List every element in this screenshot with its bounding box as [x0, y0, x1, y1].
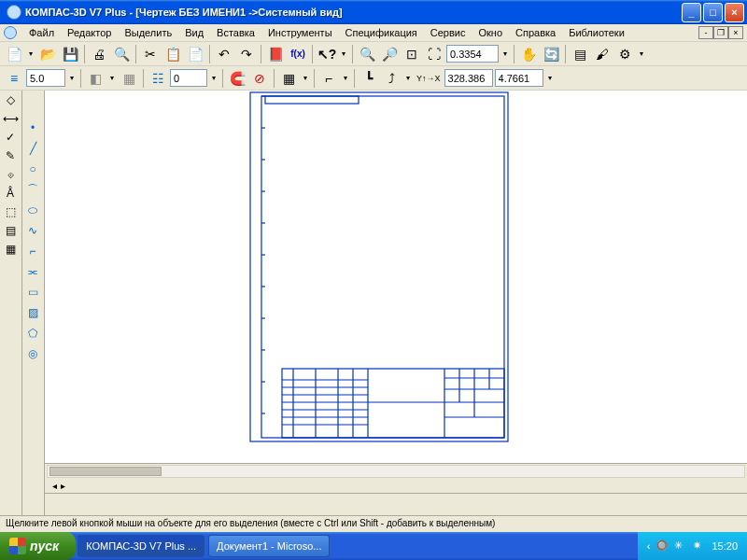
mdi-restore[interactable]: ❐	[713, 26, 728, 39]
refresh-button[interactable]: 🔄	[541, 44, 561, 64]
equid-tool-icon[interactable]: ◎	[22, 344, 43, 363]
assoc-panel-icon[interactable]: ▦	[0, 240, 21, 259]
zoom-in-icon[interactable]: 🔍	[357, 44, 377, 64]
lcs-dropdown[interactable]: ▾	[403, 74, 413, 82]
task-word[interactable]: Документ1 - Microso...	[208, 535, 330, 557]
tray-icon-2[interactable]: ✳	[674, 539, 687, 553]
zoom-fit-icon[interactable]: ⛶	[424, 44, 444, 64]
zoom-out-icon[interactable]: 🔎	[379, 44, 400, 64]
coord-dropdown[interactable]: ▾	[545, 74, 555, 82]
zoom-value-input[interactable]	[446, 45, 499, 63]
paste-button[interactable]: 📄	[185, 44, 205, 64]
open-button[interactable]: 📂	[37, 44, 58, 64]
snap-off-icon[interactable]: ⊘	[249, 68, 270, 89]
ellipse-tool-icon[interactable]: ⬭	[22, 201, 43, 219]
preview-button[interactable]: 🔍	[111, 44, 132, 64]
spline-tool-icon[interactable]: ∿	[22, 221, 43, 240]
start-button[interactable]: пуск	[0, 532, 76, 560]
print-button[interactable]: 🖨	[89, 44, 109, 64]
marks-panel-icon[interactable]: ✓	[0, 128, 21, 147]
select-panel-icon[interactable]: ⬚	[0, 203, 21, 221]
dim-panel-icon[interactable]: ⟷	[0, 109, 21, 128]
lcs-icon[interactable]: ┗	[359, 68, 379, 89]
options-dropdown[interactable]: ▾	[637, 49, 646, 58]
menu-tools[interactable]: Инструменты	[261, 26, 339, 39]
spec-panel-icon[interactable]: ▤	[0, 221, 21, 240]
grid-icon[interactable]: ▦	[278, 68, 299, 89]
layer-icon[interactable]: ☷	[148, 68, 168, 89]
shade-dropdown[interactable]: ▾	[107, 74, 117, 82]
redo-button[interactable]: ↷	[236, 44, 257, 64]
layer-input[interactable]	[170, 69, 207, 87]
lcs2-icon[interactable]: ⤴	[381, 68, 402, 89]
cursor-button[interactable]: ↖?	[317, 44, 337, 64]
tray-icon-1[interactable]: 🔘	[655, 539, 669, 553]
clock[interactable]: 15:20	[712, 540, 738, 552]
param-panel-icon[interactable]: ⟐	[0, 165, 21, 184]
zoom-dropdown[interactable]: ▾	[500, 49, 510, 58]
coord-x-input[interactable]	[444, 69, 493, 87]
menu-view[interactable]: Вид	[178, 26, 210, 39]
mdi-icon[interactable]	[4, 26, 17, 39]
measure-panel-icon[interactable]: Å	[0, 184, 21, 203]
scroll-thumb[interactable]	[49, 467, 162, 476]
menu-window[interactable]: Окно	[472, 26, 509, 39]
copy-button[interactable]: 📋	[162, 44, 183, 64]
save-button[interactable]: 💾	[60, 44, 80, 64]
mdi-close[interactable]: ×	[728, 26, 743, 39]
layers-button[interactable]: ▤	[570, 44, 590, 64]
menu-file[interactable]: Файл	[22, 26, 61, 39]
scroll-track[interactable]	[47, 465, 745, 478]
grid-dropdown[interactable]: ▾	[301, 74, 310, 82]
styles-button[interactable]: 🖌	[592, 44, 613, 64]
shade-icon[interactable]: ◧	[85, 68, 106, 89]
chamfer-tool-icon[interactable]: ⌐	[22, 242, 43, 260]
circle-tool-icon[interactable]: ○	[22, 160, 43, 178]
tab-prev-icon[interactable]: ◂	[52, 481, 57, 491]
linestyle-icon[interactable]: ≡	[4, 68, 24, 89]
zoom-window-icon[interactable]: ⊡	[402, 44, 422, 64]
snap-on-icon[interactable]: 🧲	[227, 68, 247, 89]
props-button[interactable]: 📕	[265, 44, 286, 64]
mdi-minimize[interactable]: -	[698, 26, 713, 39]
wire-icon[interactable]: ▦	[119, 68, 139, 89]
menu-insert[interactable]: Вставка	[210, 26, 261, 39]
vars-button[interactable]: f(x)	[288, 44, 308, 64]
cut-button[interactable]: ✂	[140, 44, 161, 64]
menu-service[interactable]: Сервис	[424, 26, 472, 39]
linewidth-dropdown[interactable]: ▾	[67, 74, 77, 82]
options-button[interactable]: ⚙	[614, 44, 635, 64]
tab-next-icon[interactable]: ▸	[61, 481, 65, 491]
new-dropdown[interactable]: ▾	[26, 49, 35, 58]
ortho-icon[interactable]: ⌐	[318, 68, 339, 89]
cursor-dropdown[interactable]: ▾	[339, 49, 348, 58]
minimize-button[interactable]: _	[682, 3, 701, 22]
hatch-tool-icon[interactable]: ▨	[22, 303, 43, 322]
geom-panel-icon[interactable]: ◇	[0, 91, 21, 109]
task-kompas[interactable]: КОМПАС-3D V7 Plus ...	[78, 535, 204, 557]
menu-spec[interactable]: Спецификация	[339, 26, 424, 39]
menu-edit[interactable]: Редактор	[61, 26, 118, 39]
tray-chevron-icon[interactable]: ‹	[647, 540, 651, 552]
line-tool-icon[interactable]: ╱	[22, 139, 43, 158]
contour-tool-icon[interactable]: ⬠	[22, 324, 43, 343]
layer-dropdown[interactable]: ▾	[209, 74, 218, 82]
new-button[interactable]: 📄	[4, 44, 24, 64]
menu-select[interactable]: Выделить	[118, 26, 178, 39]
tray-icon-3[interactable]: ✷	[693, 539, 706, 553]
menu-help[interactable]: Справка	[509, 26, 562, 39]
ortho-dropdown[interactable]: ▾	[341, 74, 350, 82]
maximize-button[interactable]: □	[703, 3, 723, 22]
hscrollbar[interactable]	[45, 463, 747, 478]
linewidth-input[interactable]	[26, 69, 65, 87]
undo-button[interactable]: ↶	[214, 44, 234, 64]
rect-tool-icon[interactable]: ▭	[22, 283, 43, 301]
arc-tool-icon[interactable]: ⌒	[22, 180, 43, 199]
pan-button[interactable]: ✋	[518, 44, 539, 64]
point-tool-icon[interactable]: •	[22, 119, 43, 137]
fillet-tool-icon[interactable]: ⫘	[22, 262, 43, 281]
coord-y-input[interactable]	[495, 69, 543, 87]
edit-panel-icon[interactable]: ✎	[0, 147, 21, 165]
close-button[interactable]: ×	[725, 3, 744, 22]
drawing-canvas[interactable]	[45, 91, 747, 463]
